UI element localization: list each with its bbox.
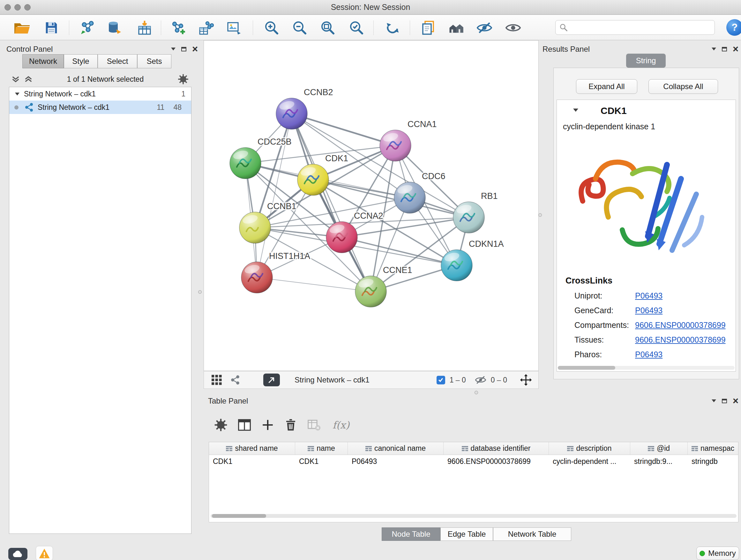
expand-all-icon[interactable] xyxy=(23,74,33,84)
birdseye-grid-icon[interactable] xyxy=(212,375,222,385)
float-panel-icon[interactable] xyxy=(181,47,186,51)
tree-expander-icon[interactable] xyxy=(15,92,19,96)
help-button[interactable]: ? xyxy=(726,19,741,36)
close-panel-icon[interactable]: × xyxy=(733,396,738,406)
float-panel-icon[interactable] xyxy=(722,47,727,51)
save-session-button[interactable] xyxy=(42,18,61,37)
tab-network-table[interactable]: Network Table xyxy=(493,527,571,541)
splitter-handle[interactable] xyxy=(198,290,202,294)
share-network-icon[interactable] xyxy=(230,375,240,385)
collapse-all-icon[interactable] xyxy=(11,74,20,84)
column-header[interactable]: @id xyxy=(630,442,688,455)
cell-description[interactable]: cyclin-dependent ... xyxy=(549,455,630,468)
close-window-button[interactable] xyxy=(4,4,11,10)
zoom-in-button[interactable] xyxy=(262,18,281,37)
table-settings-gear-icon[interactable] xyxy=(214,418,228,432)
network-edge[interactable] xyxy=(292,114,395,145)
network-node[interactable]: CCNE1CCNE1 xyxy=(355,265,412,307)
zoom-out-button[interactable] xyxy=(290,18,309,37)
network-from-table-button[interactable] xyxy=(197,18,215,37)
network-edge[interactable] xyxy=(342,237,457,265)
network-node[interactable]: CDKN1ACDKN1A xyxy=(441,239,504,281)
import-network-database-button[interactable] xyxy=(105,18,124,37)
collapse-panel-icon[interactable] xyxy=(171,48,176,51)
selected-checkbox-icon[interactable] xyxy=(436,376,445,384)
crosslink-value[interactable]: 9606.ENSP00000378699 xyxy=(635,335,726,345)
gene-section-collapse-icon[interactable] xyxy=(573,109,578,112)
network-node[interactable]: RB1RB1 xyxy=(453,191,498,233)
collapse-all-button[interactable]: Collapse All xyxy=(649,79,718,94)
network-node[interactable]: CCNA1CCNA1 xyxy=(380,119,437,161)
column-header[interactable]: database identifier xyxy=(444,442,549,455)
tab-network[interactable]: Network xyxy=(22,54,64,68)
warnings-button[interactable] xyxy=(36,546,53,560)
cell-name[interactable]: CDK1 xyxy=(295,455,348,468)
function-builder-button[interactable]: f(x) xyxy=(333,419,349,431)
crosslink-value[interactable]: P06493 xyxy=(635,291,663,300)
show-all-button[interactable] xyxy=(504,18,522,37)
open-session-button[interactable] xyxy=(13,18,31,37)
table-scrollbar-track[interactable] xyxy=(211,514,737,518)
tab-edge-table[interactable]: Edge Table xyxy=(441,527,493,541)
pan-crosshair-icon[interactable] xyxy=(520,374,532,386)
tab-select[interactable]: Select xyxy=(98,54,137,68)
column-header[interactable]: canonical name xyxy=(348,442,444,455)
add-column-icon[interactable] xyxy=(261,418,274,432)
cell-canonical-name[interactable]: P06493 xyxy=(348,455,444,468)
cloud-sync-button[interactable] xyxy=(8,548,27,560)
network-collection-row[interactable]: String Network – cdk1 1 xyxy=(9,87,191,101)
crosslink-value[interactable]: 9606.ENSP00000378699 xyxy=(635,320,726,330)
tab-sets[interactable]: Sets xyxy=(137,54,172,68)
close-panel-icon[interactable]: × xyxy=(733,44,738,54)
export-image-button[interactable] xyxy=(225,18,244,37)
expand-all-button[interactable]: Expand All xyxy=(576,79,637,94)
refresh-layout-button[interactable] xyxy=(383,18,402,37)
show-columns-icon[interactable] xyxy=(238,418,252,432)
crosslink-value[interactable]: P06493 xyxy=(635,306,663,315)
import-network-file-button[interactable] xyxy=(78,18,97,37)
splitter-handle[interactable] xyxy=(538,213,542,217)
cell-database-identifier[interactable]: 9606.ENSP00000378699 xyxy=(444,455,549,468)
cell-namespace[interactable]: stringdb xyxy=(688,455,738,468)
overview-button[interactable] xyxy=(448,18,466,37)
search-input[interactable] xyxy=(571,23,711,32)
cell-shared-name[interactable]: CDK1 xyxy=(209,455,295,468)
network-canvas[interactable]: CCNB2CCNB2CCNA1CCNA1CDC25BCDC25BCDK1CDK1… xyxy=(204,41,538,371)
column-header[interactable]: description xyxy=(549,442,630,455)
import-table-button[interactable] xyxy=(135,18,154,37)
zoom-window-button[interactable] xyxy=(24,4,30,10)
delete-column-icon[interactable] xyxy=(284,418,297,432)
snapshot-button[interactable] xyxy=(419,18,437,37)
tab-string-results[interactable]: String xyxy=(626,54,666,68)
memory-button[interactable]: Memory xyxy=(696,547,739,560)
minimize-window-button[interactable] xyxy=(14,4,21,10)
tab-style[interactable]: Style xyxy=(64,54,98,68)
network-node[interactable]: CDK1CDK1 xyxy=(297,153,348,195)
hidden-eye-slash-icon[interactable] xyxy=(475,375,486,385)
new-network-button[interactable] xyxy=(169,18,188,37)
table-scrollbar-thumb[interactable] xyxy=(212,514,266,518)
network-view[interactable]: CCNB2CCNB2CCNA1CCNA1CDC25BCDC25BCDK1CDK1… xyxy=(204,40,539,371)
zoom-fit-button[interactable] xyxy=(319,18,337,37)
network-node[interactable]: HIST1H1AHIST1H1A xyxy=(241,251,310,293)
network-row-selected[interactable]: String Network – cdk1 11 48 xyxy=(9,101,191,114)
network-node[interactable]: CCNB1CCNB1 xyxy=(239,201,296,243)
tab-node-table[interactable]: Node Table xyxy=(382,527,441,541)
close-panel-icon[interactable]: × xyxy=(192,44,198,54)
table-row[interactable]: CDK1 CDK1 P06493 9606.ENSP00000378699 cy… xyxy=(209,455,738,468)
collapse-panel-icon[interactable] xyxy=(712,48,716,51)
column-header[interactable]: name xyxy=(295,442,348,455)
gear-icon[interactable] xyxy=(178,73,189,85)
open-in-window-button[interactable] xyxy=(263,374,280,386)
results-scrollbar-thumb[interactable] xyxy=(558,366,615,370)
collapse-panel-icon[interactable] xyxy=(712,399,716,402)
network-edge[interactable] xyxy=(257,277,371,292)
float-panel-icon[interactable] xyxy=(722,399,727,403)
splitter-handle[interactable] xyxy=(475,391,478,394)
column-header[interactable]: namespac xyxy=(688,442,738,455)
zoom-selected-button[interactable] xyxy=(347,18,366,37)
hide-selected-button[interactable] xyxy=(475,18,494,37)
crosslink-value[interactable]: P06493 xyxy=(635,350,663,359)
column-header[interactable]: shared name xyxy=(209,442,295,455)
results-scrollbar-track[interactable] xyxy=(558,366,735,370)
